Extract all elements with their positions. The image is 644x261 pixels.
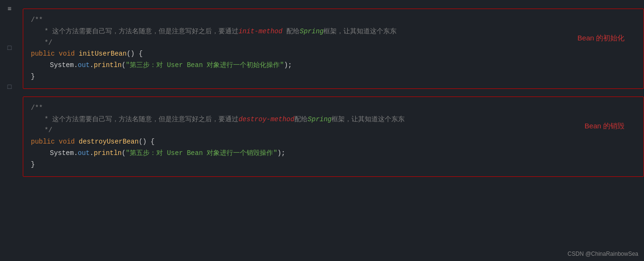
csdn-watermark: CSDN @ChinaRainbowSea <box>568 251 638 257</box>
comment-text-1c: 框架，让其知道这个东东 <box>323 26 397 38</box>
space-2 <box>75 48 78 60</box>
code-line: */ <box>31 38 636 49</box>
keyword-public-2: public <box>31 136 55 148</box>
keyword-void-1: void <box>59 48 75 60</box>
code-line: } <box>31 71 636 83</box>
println-1: println <box>94 60 122 71</box>
code-line: public void initUserBean () { <box>31 48 636 60</box>
gutter-icon-menu[interactable]: ≡ <box>8 6 11 12</box>
annotation-init: Bean 的初始化 <box>578 34 625 43</box>
dot-1: . <box>90 60 94 71</box>
gutter-icon-2[interactable]: □ <box>8 84 11 90</box>
comment-keyword-init: init-method <box>238 26 282 38</box>
editor-area: ≡ □ □ ▼ Bean 的初始化 /** * 这个方法需要自己写，方法名随意，… <box>0 0 644 261</box>
string-2: "第五步：对 User Bean 对象进行一个销毁操作" <box>126 148 277 159</box>
space-1 <box>55 48 58 60</box>
println-2: println <box>94 148 122 159</box>
code-line: */ <box>31 125 636 136</box>
comment-spring-2: Spring <box>308 114 331 126</box>
keyword-void-2: void <box>59 136 75 148</box>
system-1: System. <box>50 60 78 71</box>
comment-text-2b: 配给 <box>294 114 308 126</box>
comment-open-2: /** <box>31 103 43 114</box>
comment-text-2c: 框架，让其知道这个东东 <box>331 114 405 126</box>
paren-close-1: ); <box>284 60 292 71</box>
paren-open-1: ( <box>122 60 125 71</box>
code-line: * 这个方法需要自己写，方法名随意，但是注意写好之后，要通过destroy-me… <box>31 114 636 126</box>
dot-2: . <box>90 148 94 159</box>
annotation-destroy: Bean 的销毁 <box>585 122 625 131</box>
comment-text-2: * 这个方法需要自己写，方法名随意，但是注意写好之后，要通过 <box>40 114 238 126</box>
left-gutter: ≡ □ □ <box>0 0 19 261</box>
code-block-init: ▼ Bean 的初始化 /** * 这个方法需要自己写，方法名随意，但是注意写好… <box>23 9 644 89</box>
brace-close-2: } <box>31 159 35 171</box>
comment-text-1b: 配给 <box>283 26 300 38</box>
code-line: * 这个方法需要自己写，方法名随意，但是注意写好之后，要通过init-metho… <box>31 26 636 38</box>
code-block-destroy: ▼ Bean 的销毁 /** * 这个方法需要自己写，方法名随意，但是注意写好之… <box>23 97 644 177</box>
out-1: out <box>78 60 90 71</box>
space-3 <box>55 136 58 148</box>
comment-text-1: * 这个方法需要自己写，方法名随意，但是注意写好之后，要通过 <box>40 26 238 38</box>
system-2: System. <box>50 148 78 159</box>
code-line: } <box>31 159 636 171</box>
comment-close-1: */ <box>40 38 52 49</box>
comment-spring-1: Spring <box>300 26 323 38</box>
comment-close-2: */ <box>40 125 52 136</box>
code-line: /** <box>31 15 636 26</box>
code-line: public void destroyUserBean () { <box>31 136 636 148</box>
out-2: out <box>78 148 90 159</box>
brace-close-1: } <box>31 71 35 83</box>
keyword-public-1: public <box>31 48 55 60</box>
space-4 <box>75 136 78 148</box>
comment-open-1: /** <box>31 15 43 26</box>
comment-keyword-destroy: destroy-method <box>238 114 294 126</box>
code-line: System.out.println("第三步：对 User Bean 对象进行… <box>31 60 636 71</box>
string-1: "第三步：对 User Bean 对象进行一个初始化操作" <box>126 60 284 71</box>
parens-2: () { <box>139 136 155 148</box>
code-line: System.out.println("第五步：对 User Bean 对象进行… <box>31 148 636 159</box>
code-line: /** <box>31 103 636 114</box>
method-name-2: destroyUserBean <box>79 136 139 148</box>
paren-close-2: ); <box>277 148 285 159</box>
gutter-icon-1[interactable]: □ <box>8 45 11 51</box>
parens-1: () { <box>127 48 143 60</box>
method-name-1: initUserBean <box>79 48 127 60</box>
paren-open-2: ( <box>122 148 125 159</box>
